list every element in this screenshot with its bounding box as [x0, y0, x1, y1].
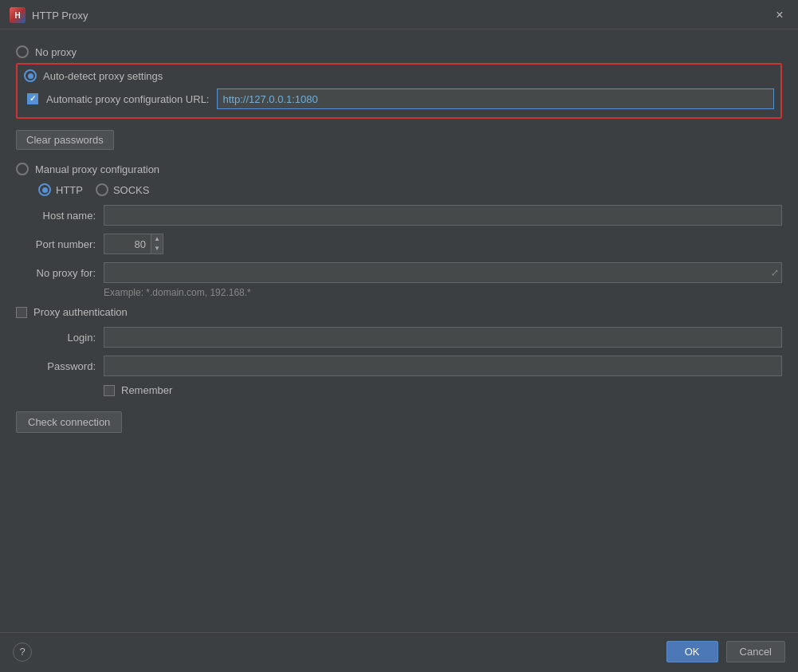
- help-button[interactable]: ?: [13, 643, 32, 662]
- bottom-bar: ? OK Cancel: [0, 632, 798, 672]
- socks-radio[interactable]: [96, 183, 108, 196]
- auto-detect-label: Auto-detect proxy settings: [43, 70, 163, 82]
- auto-detect-radio[interactable]: [24, 69, 37, 82]
- check-connection-button[interactable]: Check connection: [16, 411, 122, 433]
- ok-button[interactable]: OK: [666, 641, 718, 662]
- port-number-input[interactable]: [104, 234, 151, 254]
- password-row: Password:: [16, 352, 782, 380]
- socks-label: SOCKS: [113, 184, 150, 196]
- port-number-row: Port number: ▲ ▼: [16, 230, 782, 258]
- http-option[interactable]: HTTP: [38, 183, 83, 196]
- proxy-auth-row: Proxy authentication: [16, 301, 782, 323]
- host-name-label: Host name:: [16, 210, 96, 222]
- app-icon: H: [10, 7, 26, 23]
- expand-icon[interactable]: ⤢: [771, 267, 779, 278]
- auto-detect-section: Auto-detect proxy settings Automatic pro…: [16, 63, 782, 119]
- manual-proxy-header[interactable]: Manual proxy configuration: [16, 159, 782, 179]
- password-input[interactable]: [104, 356, 782, 376]
- port-spinner: ▲ ▼: [151, 234, 163, 254]
- port-number-label: Port number:: [16, 238, 96, 250]
- auto-config-url-label: Automatic proxy configuration URL:: [46, 93, 209, 105]
- http-proxy-dialog: H HTTP Proxy × No proxy Auto-detect prox…: [0, 0, 798, 672]
- remember-label: Remember: [121, 384, 172, 396]
- auto-config-row: Automatic proxy configuration URL:: [24, 88, 774, 109]
- manual-proxy-label: Manual proxy configuration: [35, 163, 159, 175]
- no-proxy-label: No proxy: [35, 46, 77, 58]
- no-proxy-option[interactable]: No proxy: [16, 41, 782, 63]
- no-proxy-for-row: No proxy for: ⤢: [16, 258, 782, 287]
- host-name-row: Host name:: [16, 201, 782, 230]
- port-increment-button[interactable]: ▲: [151, 234, 163, 244]
- auto-config-url-input[interactable]: [217, 88, 774, 109]
- http-label: HTTP: [56, 184, 83, 196]
- no-proxy-for-input[interactable]: [104, 262, 782, 283]
- port-wrapper: ▲ ▼: [104, 234, 163, 254]
- no-proxy-for-label: No proxy for:: [16, 267, 96, 279]
- manual-proxy-section: Manual proxy configuration HTTP SOCKS: [16, 159, 782, 400]
- auto-detect-header: Auto-detect proxy settings: [24, 69, 774, 82]
- password-label: Password:: [16, 360, 96, 372]
- bottom-buttons: OK Cancel: [666, 641, 785, 662]
- clear-passwords-button[interactable]: Clear passwords: [16, 130, 114, 150]
- remember-checkbox[interactable]: [104, 385, 115, 396]
- login-input[interactable]: [104, 327, 782, 348]
- manual-proxy-radio[interactable]: [16, 163, 29, 175]
- dialog-title: HTTP Proxy: [32, 10, 88, 22]
- no-proxy-radio[interactable]: [16, 45, 29, 58]
- cancel-button[interactable]: Cancel: [726, 641, 785, 662]
- title-bar: H HTTP Proxy ×: [0, 0, 798, 29]
- proxy-auth-checkbox[interactable]: [16, 307, 27, 318]
- remember-row: Remember: [16, 380, 782, 400]
- proxy-auth-label: Proxy authentication: [33, 306, 128, 318]
- host-name-input[interactable]: [104, 205, 782, 226]
- dialog-content: No proxy Auto-detect proxy settings Auto…: [0, 29, 798, 632]
- socks-option[interactable]: SOCKS: [96, 183, 150, 196]
- title-bar-left: H HTTP Proxy: [10, 7, 88, 23]
- http-radio[interactable]: [38, 183, 51, 196]
- login-row: Login:: [16, 323, 782, 352]
- login-label: Login:: [16, 332, 96, 344]
- protocol-radio-group: HTTP SOCKS: [38, 183, 149, 196]
- no-proxy-example: Example: *.domain.com, 192.168.*: [16, 287, 782, 301]
- auto-config-checkbox[interactable]: [27, 93, 38, 104]
- close-button[interactable]: ×: [771, 6, 788, 24]
- port-decrement-button[interactable]: ▼: [151, 244, 163, 253]
- protocol-sub-options: HTTP SOCKS: [16, 179, 782, 201]
- no-proxy-for-wrapper: ⤢: [104, 262, 782, 283]
